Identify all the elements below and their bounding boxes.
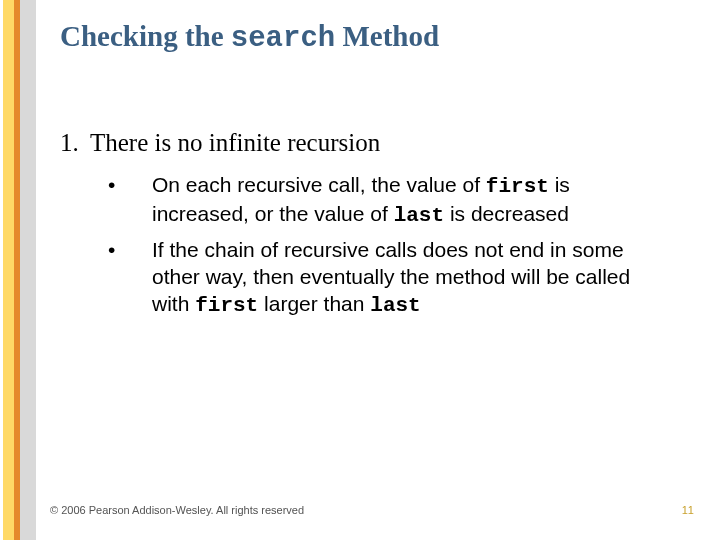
bullet-icon: • [108,171,152,230]
code-first: first [195,294,258,317]
slide-content: Checking the search Method 1. There is n… [60,20,690,325]
list-text: There is no infinite recursion [90,129,380,157]
slide-title: Checking the search Method [60,20,690,55]
list-item: 1. There is no infinite recursion [60,129,690,157]
bullet-icon: • [108,236,152,320]
code-last: last [394,204,444,227]
page-number: 11 [682,504,694,516]
title-code: search [231,22,335,55]
title-pre: Checking the [60,20,231,52]
title-post: Method [335,20,439,52]
ordered-list: 1. There is no infinite recursion • On e… [60,129,690,319]
sub-list: • On each recursive call, the value of f… [108,171,690,319]
slide-footer: © 2006 Pearson Addison-Wesley. All right… [50,504,694,516]
sub-item-text: If the chain of recursive calls does not… [152,236,652,320]
decorative-left-stripe [0,0,36,540]
seg: larger than [258,292,370,315]
code-first: first [486,175,549,198]
stripe-segment [3,0,14,540]
seg: is decreased [444,202,569,225]
sub-list-item: • On each recursive call, the value of f… [108,171,690,230]
stripe-segment [20,0,36,540]
seg: On each recursive call, the value of [152,173,486,196]
code-last: last [370,294,420,317]
list-number: 1. [60,129,90,157]
sub-list-item: • If the chain of recursive calls does n… [108,236,690,320]
copyright-text: © 2006 Pearson Addison-Wesley. All right… [50,504,304,516]
sub-item-text: On each recursive call, the value of fir… [152,171,652,230]
